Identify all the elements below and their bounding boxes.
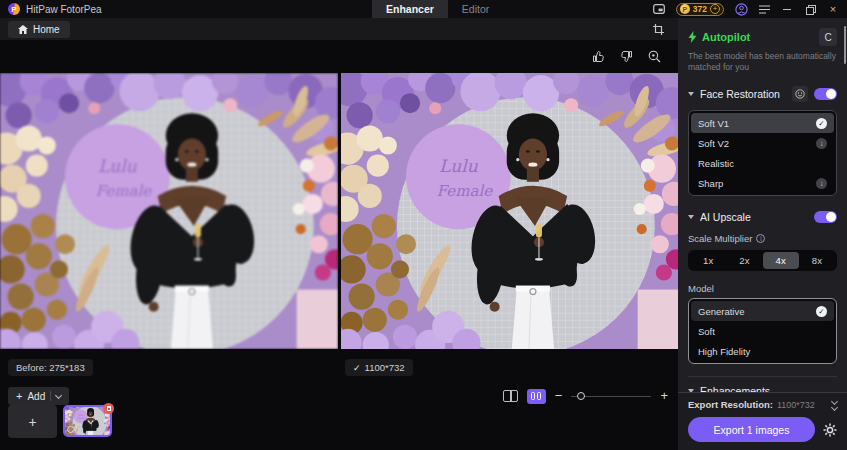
screenshot-crop-icon[interactable] bbox=[653, 24, 664, 35]
view-controls: − + bbox=[503, 389, 668, 404]
app-logo-icon: P bbox=[8, 3, 20, 15]
mode-tabs: Enhancer Editor bbox=[372, 0, 503, 18]
scale-1x[interactable]: 1x bbox=[690, 252, 726, 269]
scale-4x[interactable]: 4x bbox=[763, 252, 799, 269]
ai-upscale-title: AI Upscale bbox=[700, 211, 751, 223]
enhancements-title: Enhancements bbox=[700, 385, 770, 392]
image-queue: + bbox=[8, 405, 112, 438]
menu-icon[interactable] bbox=[759, 5, 770, 14]
home-bar: Home bbox=[0, 18, 678, 40]
after-resolution-badge: ✓ 1100*732 bbox=[345, 359, 413, 376]
close-button[interactable]: × bbox=[827, 3, 839, 15]
tab-editor[interactable]: Editor bbox=[448, 0, 503, 18]
zoom-slider[interactable] bbox=[571, 391, 651, 401]
home-icon bbox=[18, 25, 28, 34]
editor-canvas-column: Home bbox=[0, 18, 678, 450]
home-button[interactable]: Home bbox=[8, 21, 70, 38]
export-settings-gear-icon[interactable] bbox=[823, 423, 837, 437]
add-label: Add bbox=[27, 391, 45, 402]
check-icon: ✓ bbox=[353, 363, 361, 373]
export-resolution-label: Export Resolution: bbox=[688, 399, 773, 410]
option-soft[interactable]: Soft bbox=[691, 321, 834, 341]
download-icon[interactable]: ↓ bbox=[816, 138, 827, 149]
preview-area: Before: 275*183 ✓ 1100*732 + Add bbox=[0, 40, 678, 450]
chevron-down-icon[interactable] bbox=[55, 391, 62, 398]
option-label: Soft bbox=[698, 326, 715, 337]
option-label: Sharp bbox=[698, 178, 723, 189]
thumbs-up-icon[interactable] bbox=[590, 48, 606, 64]
download-icon[interactable]: ↓ bbox=[816, 178, 827, 189]
feedback-icon[interactable] bbox=[653, 4, 665, 14]
face-restoration-options: Soft V1 ✓ Soft V2 ↓ Realistic Sharp ↓ bbox=[688, 110, 837, 196]
option-high-fidelity[interactable]: High Fidelity bbox=[691, 341, 834, 361]
lightning-icon bbox=[688, 31, 697, 43]
side-by-side-view-icon[interactable] bbox=[527, 389, 546, 404]
option-label: Generative bbox=[698, 306, 744, 317]
model-options: Generative ✓ Soft High Fidelity bbox=[688, 298, 837, 364]
option-sharp[interactable]: Sharp ↓ bbox=[691, 173, 834, 193]
collapse-triangle-icon[interactable] bbox=[688, 92, 694, 96]
option-soft-v1[interactable]: Soft V1 ✓ bbox=[691, 113, 834, 133]
divider bbox=[688, 376, 837, 377]
face-restoration-title: Face Restoration bbox=[700, 88, 780, 100]
scale-8x[interactable]: 8x bbox=[799, 252, 835, 269]
zoom-in-button[interactable]: + bbox=[660, 391, 668, 401]
selected-check-icon: ✓ bbox=[816, 118, 827, 129]
restore-button[interactable] bbox=[804, 5, 816, 13]
selected-check-icon: ✓ bbox=[816, 306, 827, 317]
expand-resolution-icon[interactable] bbox=[832, 399, 837, 410]
result-feedback-icons bbox=[590, 48, 662, 64]
option-label: Soft V2 bbox=[698, 138, 729, 149]
app-name: HitPaw FotorPea bbox=[26, 4, 102, 15]
zoom-slider-handle[interactable] bbox=[577, 392, 585, 400]
info-icon[interactable]: i bbox=[756, 234, 765, 243]
thumbs-down-icon[interactable] bbox=[618, 48, 634, 64]
export-resolution-row: Export Resolution: 1100*732 bbox=[688, 399, 837, 410]
autopilot-refresh-button[interactable]: C bbox=[819, 28, 837, 46]
panel-scrollbar[interactable] bbox=[844, 26, 846, 64]
zoom-out-button[interactable]: − bbox=[555, 391, 563, 401]
scale-multiplier-row: Scale Multiplier i bbox=[688, 233, 837, 244]
scale-2x[interactable]: 2x bbox=[726, 252, 762, 269]
account-icon[interactable] bbox=[735, 3, 748, 16]
before-image[interactable] bbox=[0, 73, 338, 349]
face-restoration-header: Face Restoration bbox=[688, 86, 837, 102]
export-resolution-value: 1100*732 bbox=[777, 400, 815, 410]
add-image-tile[interactable]: + bbox=[8, 405, 57, 438]
enhancements-header[interactable]: Enhancements bbox=[688, 385, 837, 392]
collapse-triangle-icon[interactable] bbox=[688, 215, 694, 219]
after-resolution-text: 1100*732 bbox=[365, 362, 405, 373]
hitpaw-fotorpea-window: P HitPaw FotorPea Enhancer Editor P 372 … bbox=[0, 0, 847, 450]
option-realistic[interactable]: Realistic bbox=[691, 153, 834, 173]
titlebar-right-controls: P 372 + × bbox=[653, 0, 839, 18]
zoom-preview-icon[interactable] bbox=[646, 48, 662, 64]
option-soft-v2[interactable]: Soft V2 ↓ bbox=[691, 133, 834, 153]
option-label: Soft V1 bbox=[698, 118, 729, 129]
minimize-button[interactable] bbox=[781, 9, 793, 10]
coins-badge[interactable]: P 372 + bbox=[676, 3, 724, 16]
before-resolution-text: Before: 275*183 bbox=[16, 362, 85, 373]
ai-upscale-header: AI Upscale bbox=[688, 211, 837, 223]
plus-icon: + bbox=[16, 390, 22, 402]
split-view-icon[interactable] bbox=[503, 390, 518, 402]
export-button[interactable]: Export 1 images bbox=[688, 417, 815, 442]
option-label: High Fidelity bbox=[698, 346, 750, 357]
option-generative[interactable]: Generative ✓ bbox=[691, 301, 834, 321]
autopilot-header: Autopilot C bbox=[688, 28, 837, 46]
scale-multiplier-label: Scale Multiplier bbox=[688, 233, 752, 244]
option-label: Realistic bbox=[698, 158, 734, 169]
after-image[interactable] bbox=[341, 73, 679, 349]
face-restoration-toggle[interactable] bbox=[814, 88, 837, 100]
face-smiley-icon[interactable] bbox=[792, 86, 808, 102]
ai-upscale-toggle[interactable] bbox=[814, 211, 837, 223]
coin-count: 372 bbox=[693, 4, 707, 14]
image-thumbnail[interactable] bbox=[63, 405, 112, 437]
add-image-button[interactable]: + Add bbox=[8, 387, 69, 405]
export-footer: Export Resolution: 1100*732 Export 1 ima… bbox=[678, 392, 847, 450]
add-coins-icon[interactable]: + bbox=[710, 4, 720, 14]
tab-enhancer[interactable]: Enhancer bbox=[372, 0, 448, 18]
home-label: Home bbox=[33, 24, 60, 35]
settings-scroll-area: Autopilot C The best model has been auto… bbox=[678, 18, 847, 392]
delete-image-icon[interactable] bbox=[103, 403, 114, 414]
autopilot-title: Autopilot bbox=[702, 31, 750, 43]
